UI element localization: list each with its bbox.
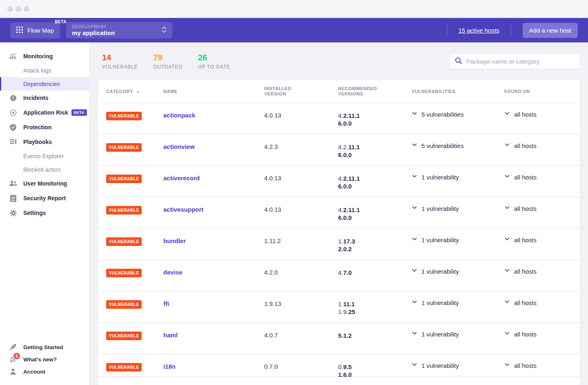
vulnerabilities-dropdown[interactable]: 1 vulnerability bbox=[412, 299, 504, 306]
vulnerabilities-dropdown[interactable]: 1 vulnerability bbox=[412, 173, 504, 181]
package-name-link[interactable]: activerecord bbox=[163, 175, 200, 181]
chevron-down-icon bbox=[412, 173, 417, 181]
chevron-down-icon bbox=[412, 268, 417, 275]
vulnerabilities-dropdown[interactable]: 5 vulnerabilities bbox=[412, 142, 504, 149]
sidebar-item-label: Application Risk bbox=[23, 109, 68, 116]
window-close-button[interactable] bbox=[7, 6, 13, 12]
gear-icon bbox=[9, 210, 17, 217]
incident-icon bbox=[9, 95, 17, 102]
chevron-down-icon bbox=[504, 111, 510, 118]
column-recommended-versions: RECOMMENDED VERSIONS bbox=[338, 86, 379, 97]
package-name-link[interactable]: bundler bbox=[163, 237, 186, 244]
installed-version: 4.0.13 bbox=[264, 206, 281, 213]
found-on-value: all hosts bbox=[514, 362, 537, 369]
sidebar-item-monitoring[interactable]: Monitoring bbox=[0, 49, 89, 64]
notification-badge: 5 bbox=[13, 353, 20, 359]
vulnerabilities-dropdown[interactable]: 1 vulnerability bbox=[412, 330, 504, 338]
environment-select[interactable]: DEVELOPMENT my application bbox=[66, 22, 172, 38]
vulnerabilities-count: 1 vulnerability bbox=[421, 362, 459, 369]
sidebar-item-account[interactable]: Account bbox=[0, 365, 89, 378]
rss-icon: 5 bbox=[9, 356, 17, 363]
topbar-divider bbox=[447, 23, 447, 37]
vulnerabilities-dropdown[interactable]: 1 vulnerability bbox=[412, 205, 504, 212]
add-new-host-button[interactable]: Add a new host bbox=[523, 23, 578, 38]
up-to-date-count: 26 bbox=[198, 53, 230, 62]
recommended-versions: 5.1.2 bbox=[338, 332, 412, 339]
sidebar-item-attack-logs[interactable]: Attack logs bbox=[0, 64, 89, 77]
grid-icon bbox=[16, 27, 23, 34]
sidebar-item-label: Incidents bbox=[23, 95, 48, 101]
chevron-down-icon bbox=[504, 173, 510, 181]
sidebar-item-label: Security Report bbox=[23, 195, 66, 201]
sidebar-item-application-risk[interactable]: Application RiskBETA bbox=[0, 105, 89, 120]
package-name-link[interactable]: haml bbox=[163, 332, 178, 339]
sidebar-item-label: Protection bbox=[23, 124, 51, 131]
table-header: CATEGORY▼ NAME INSTALLED VERSION RECOMME… bbox=[98, 80, 580, 103]
sidebar-item-security-report[interactable]: Security Report bbox=[0, 191, 89, 206]
sidebar-item-label: Events Explorer bbox=[23, 153, 64, 159]
package-name-link[interactable]: i18n bbox=[163, 363, 176, 370]
found-on-dropdown[interactable]: all hosts bbox=[504, 299, 572, 306]
chevron-down-icon bbox=[412, 111, 417, 118]
installed-version: 4.2.3 bbox=[264, 143, 278, 150]
sidebar-item-label: Account bbox=[23, 369, 45, 375]
found-on-dropdown[interactable]: all hosts bbox=[504, 173, 572, 181]
column-found-on: FOUND ON bbox=[504, 89, 572, 94]
table-row: VULNERABLEactivesupport4.0.134.2.11.16.0… bbox=[98, 197, 580, 229]
package-name-link[interactable]: actionview bbox=[163, 143, 195, 150]
app-topbar: BETA Flow Map DEVELOPMENT my application bbox=[0, 18, 588, 42]
report-icon bbox=[9, 195, 17, 202]
found-on-dropdown[interactable]: all hosts bbox=[504, 111, 572, 118]
window-maximize-button[interactable] bbox=[24, 6, 29, 12]
dependencies-page: 14 VULNERABLE 79 OUTDATED 26 UP TO DATE bbox=[90, 42, 588, 385]
sidebar-item-user-monitoring[interactable]: User Monitoring bbox=[0, 176, 89, 191]
found-on-dropdown[interactable]: all hosts bbox=[504, 142, 572, 149]
category-badge: VULNERABLE bbox=[106, 332, 142, 340]
sidebar-item-dependencies[interactable]: Dependencies bbox=[0, 77, 89, 91]
sidebar-item-label: Monitoring bbox=[23, 53, 53, 60]
found-on-value: all hosts bbox=[514, 174, 537, 181]
chevron-down-icon bbox=[504, 268, 510, 275]
active-hosts-link[interactable]: 15 active hosts bbox=[459, 27, 499, 34]
window-titlebar bbox=[0, 0, 588, 18]
vulnerabilities-count: 1 vulnerability bbox=[421, 174, 459, 181]
chevron-down-icon bbox=[412, 299, 417, 306]
vulnerabilities-dropdown[interactable]: 1 vulnerability bbox=[412, 362, 504, 369]
vulnerabilities-dropdown[interactable]: 1 vulnerability bbox=[412, 236, 504, 243]
sidebar-item-blocked-actors[interactable]: Blocked actors bbox=[0, 163, 89, 176]
vulnerable-count: 14 bbox=[102, 53, 138, 62]
flow-map-button[interactable]: Flow Map bbox=[10, 22, 60, 38]
vulnerabilities-dropdown[interactable]: 5 vulnerabilities bbox=[412, 111, 504, 118]
window-minimize-button[interactable] bbox=[16, 6, 21, 12]
found-on-dropdown[interactable]: all hosts bbox=[504, 268, 572, 275]
found-on-value: all hosts bbox=[514, 111, 537, 118]
column-category[interactable]: CATEGORY▼ bbox=[106, 89, 163, 94]
package-name-link[interactable]: activesupport bbox=[163, 206, 203, 213]
package-name-link[interactable]: devise bbox=[163, 269, 183, 276]
chart-icon bbox=[9, 53, 17, 60]
sidebar-item-events-explorer[interactable]: Events Explorer bbox=[0, 149, 89, 163]
category-badge: VULNERABLE bbox=[106, 143, 142, 152]
found-on-dropdown[interactable]: all hosts bbox=[504, 205, 572, 212]
chevron-down-icon bbox=[504, 236, 510, 243]
found-on-dropdown[interactable]: all hosts bbox=[504, 236, 572, 243]
chevron-down-icon bbox=[504, 330, 510, 338]
sidebar-item-incidents[interactable]: Incidents bbox=[0, 91, 89, 105]
found-on-value: all hosts bbox=[514, 142, 537, 149]
flow-map-label: Flow Map bbox=[27, 27, 54, 34]
sidebar-item-settings[interactable]: Settings bbox=[0, 206, 89, 220]
found-on-dropdown[interactable]: all hosts bbox=[504, 362, 572, 369]
sidebar-item-what-s-new[interactable]: 5What's new? bbox=[0, 353, 89, 365]
package-name-link[interactable]: ffi bbox=[163, 300, 169, 307]
table-row: VULNERABLEactionview4.2.34.2.11.16.0.0 5… bbox=[98, 135, 580, 166]
column-installed-version: INSTALLED VERSION bbox=[264, 86, 305, 97]
sidebar-item-playbooks[interactable]: Playbooks bbox=[0, 135, 89, 149]
chevron-down-icon bbox=[412, 236, 417, 243]
vulnerabilities-dropdown[interactable]: 1 vulnerability bbox=[412, 268, 504, 275]
package-name-link[interactable]: actionpack bbox=[163, 112, 195, 119]
sidebar-item-protection[interactable]: Protection bbox=[0, 120, 89, 135]
found-on-dropdown[interactable]: all hosts bbox=[504, 330, 572, 338]
sidebar-item-getting-started[interactable]: Getting Started bbox=[0, 341, 89, 353]
environment-label: DEVELOPMENT bbox=[72, 24, 115, 29]
search-input[interactable] bbox=[466, 58, 575, 65]
